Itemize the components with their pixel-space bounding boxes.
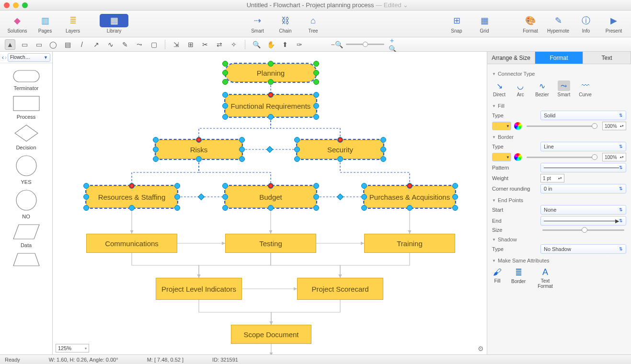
shape-terminator[interactable]: Terminator <box>13 70 40 91</box>
fill-opacity-slider[interactable] <box>527 125 597 127</box>
pen-tool[interactable]: ✎ <box>120 39 130 50</box>
toolbar-present[interactable]: ▶Present <box>600 14 627 34</box>
selection-handle[interactable] <box>380 156 386 162</box>
connection-point[interactable] <box>129 183 134 188</box>
zoom-level[interactable]: 125%▾ <box>56 344 89 353</box>
pan-tool[interactable]: ✋ <box>265 39 276 50</box>
shape-extra[interactable] <box>13 253 40 266</box>
nav-back[interactable]: ‹ <box>2 54 4 61</box>
nav-forward[interactable]: › <box>5 54 7 61</box>
fill-color-swatch[interactable]: ▼ <box>492 122 511 130</box>
selection-handle[interactable] <box>380 147 386 152</box>
settings-gear-icon[interactable]: ⚙ <box>478 345 484 353</box>
shape-data[interactable]: Data <box>13 224 40 248</box>
selection-handle[interactable] <box>380 137 386 143</box>
node-scorecard[interactable]: Project Scorecard <box>297 278 383 300</box>
rect-tool[interactable]: ▭ <box>34 39 44 50</box>
border-type-select[interactable]: Line⇅ <box>540 142 626 151</box>
border-opacity-value[interactable]: 100%▴▾ <box>602 153 626 161</box>
selection-handle[interactable] <box>361 194 367 200</box>
selection-handle[interactable] <box>222 92 228 98</box>
selection-handle[interactable] <box>153 147 159 152</box>
magnify-tool[interactable]: 🔍 <box>251 39 262 50</box>
layout-smart[interactable]: ⇢Smart <box>244 14 271 34</box>
zoom-in-icon[interactable]: ＋🔍 <box>388 39 399 50</box>
pattern-select[interactable]: ⇅ <box>540 163 626 172</box>
selection-handle[interactable] <box>313 61 319 67</box>
selection-handle[interactable] <box>294 156 300 162</box>
selection-handle[interactable] <box>313 79 319 85</box>
selection-handle[interactable] <box>452 205 458 211</box>
selection-handle[interactable] <box>83 183 89 189</box>
node-comm[interactable]: Communications <box>86 234 177 253</box>
edit-d-tool[interactable]: ⇄ <box>214 39 225 50</box>
selection-handle[interactable] <box>452 183 458 189</box>
edit-c-tool[interactable]: ✂ <box>200 39 210 50</box>
selection-handle[interactable] <box>174 183 180 189</box>
stamp-tool[interactable]: ⬆ <box>280 39 290 50</box>
pointer-tool[interactable]: ▲ <box>5 39 15 50</box>
title-edited[interactable]: — Edited ⌄ <box>374 1 409 9</box>
fill-opacity-value[interactable]: 100%▴▾ <box>602 122 626 130</box>
tab-text[interactable]: Text <box>583 52 631 64</box>
arrow-tool[interactable]: ↗ <box>91 39 102 50</box>
selection-handle[interactable] <box>294 147 300 152</box>
node-testing[interactable]: Testing <box>225 234 316 253</box>
connector-smart[interactable]: ⤳Smart <box>557 80 570 97</box>
border-color-swatch[interactable]: ▼ <box>492 153 511 161</box>
fill-color-wheel[interactable] <box>514 122 522 130</box>
close-window[interactable] <box>4 2 10 8</box>
library-dropdown[interactable]: Flowch…▼ <box>8 53 50 62</box>
selection-handle[interactable] <box>337 156 343 162</box>
view-snap[interactable]: ⊞Snap <box>443 14 470 34</box>
selection-handle[interactable] <box>268 114 274 120</box>
endpoint-size-slider[interactable] <box>542 229 624 231</box>
selection-handle[interactable] <box>222 194 228 200</box>
selection-handle[interactable] <box>313 70 319 76</box>
toolbar-hypernote[interactable]: ✎Hypernote <box>545 14 572 34</box>
node-scope[interactable]: Scope Document <box>231 325 311 344</box>
selection-handle[interactable] <box>407 205 413 211</box>
connection-point[interactable] <box>268 183 273 188</box>
line-tool[interactable]: / <box>77 39 87 50</box>
toolbar-pages[interactable]: ▥Pages <box>32 14 58 34</box>
tab-arrange-size[interactable]: Arrange & Size <box>487 52 535 64</box>
selection-handle[interactable] <box>222 183 228 189</box>
zoom-window[interactable] <box>22 2 28 8</box>
shape-yes[interactable]: YES <box>16 155 37 185</box>
border-color-wheel[interactable] <box>514 153 522 161</box>
node-pli[interactable]: Project Level Indicators <box>156 278 242 300</box>
edit-b-tool[interactable]: ⊞ <box>185 39 196 50</box>
shape-process[interactable]: Process <box>13 96 40 120</box>
connector-direct[interactable]: ↘Direct <box>493 80 505 97</box>
ellipse-tool[interactable]: ◯ <box>48 39 58 50</box>
selection-handle[interactable] <box>268 79 274 85</box>
selection-handle[interactable] <box>313 103 319 109</box>
toolbar-info[interactable]: ⓘInfo <box>573 14 599 34</box>
layout-chain[interactable]: ⛓Chain <box>272 14 299 34</box>
library-button[interactable]: ▦ Library <box>101 14 127 34</box>
shape-decision[interactable]: Decision <box>14 125 38 150</box>
zoom-out-icon[interactable]: −🔍 <box>332 39 342 50</box>
edit-a-tool[interactable]: ⇲ <box>171 39 182 50</box>
connector-arc[interactable]: ◡Arc <box>514 80 527 97</box>
toolbar-layers[interactable]: ≣Layers <box>59 14 86 34</box>
selection-handle[interactable] <box>83 205 89 211</box>
toolbar-format[interactable]: 🎨Format <box>517 14 544 34</box>
weight-value[interactable]: 1 pt▴▾ <box>540 174 564 182</box>
make-same-text-format[interactable]: AText Format <box>535 267 555 289</box>
tab-format[interactable]: Format <box>535 52 583 64</box>
eyedropper-tool[interactable]: ✑ <box>294 39 305 50</box>
toolbar-solutions[interactable]: ◆Solutions <box>4 14 31 34</box>
selection-handle[interactable] <box>153 156 159 162</box>
selection-handle[interactable] <box>129 205 135 211</box>
start-select[interactable]: None⇅ <box>540 205 626 215</box>
selection-handle[interactable] <box>222 103 228 109</box>
selection-handle[interactable] <box>313 114 319 120</box>
connection-point[interactable] <box>407 183 412 188</box>
selection-handle[interactable] <box>268 205 274 211</box>
connection-point[interactable] <box>338 137 343 142</box>
selection-handle[interactable] <box>222 61 228 67</box>
view-grid[interactable]: ▦Grid <box>471 14 498 34</box>
selection-handle[interactable] <box>294 137 300 143</box>
